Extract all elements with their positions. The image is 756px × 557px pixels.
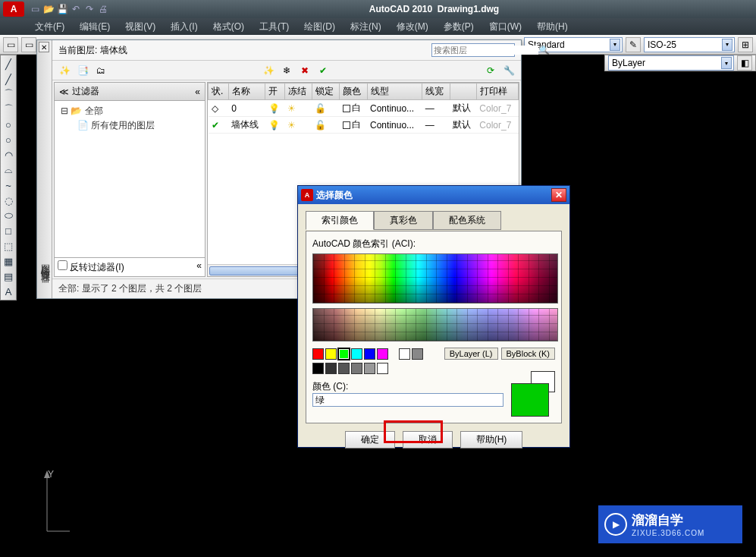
layer-combo-icon2[interactable]: ▭ [21,37,36,52]
filter-collapse-icon[interactable]: « [195,87,200,97]
tool-text-icon[interactable]: A [2,285,15,298]
dialog-title-bar[interactable]: A 选择颜色 ✕ [298,186,569,204]
tool-spline-icon[interactable]: ~ [2,178,15,192]
on-icon[interactable]: 💡 [265,100,284,117]
refresh-icon[interactable]: ⟳ [483,63,498,78]
bylayer-btn[interactable]: ◧ [737,55,752,71]
tool-rect-icon[interactable]: □ [2,224,15,238]
color-value-input[interactable] [312,393,503,407]
menu-params[interactable]: 参数(P) [436,18,482,35]
menu-draw[interactable]: 绘图(D) [296,18,343,35]
qat-print-icon[interactable]: 🖨 [97,3,109,15]
set-current-icon[interactable]: ✔ [315,63,331,78]
aci-palette-lower[interactable] [312,308,558,341]
std-yellow[interactable] [325,348,337,360]
menu-help[interactable]: 帮助(H) [529,18,576,35]
tool-ellipse-icon[interactable]: ⬭ [2,209,15,222]
menu-format[interactable]: 格式(O) [205,18,252,35]
layer-search-input[interactable] [434,46,538,55]
tree-child[interactable]: 📄 所有使用的图层 [61,118,199,133]
ok-button[interactable]: 确定 [345,431,395,448]
text-style-btn[interactable]: ✎ [626,37,641,52]
color-cell[interactable]: 白 [340,117,367,134]
color-cell[interactable]: 白 [340,100,367,117]
bylayer-button[interactable]: ByLayer (L) [444,348,498,360]
col-lineweight[interactable]: 线宽 [422,83,450,100]
menu-insert[interactable]: 插入(I) [163,18,205,35]
layer-combo-icon[interactable]: ▭ [3,37,18,52]
menu-modify[interactable]: 修改(M) [389,18,436,35]
layer-row-0[interactable]: ◇ 0 💡 ☀ 🔓 白 Continuo... — 默认 Color_7 [209,100,519,117]
delete-layer-icon[interactable]: ✖ [297,63,312,78]
menu-edit[interactable]: 编辑(E) [72,18,118,35]
close-icon[interactable]: ✕ [39,42,49,52]
qat-save-icon[interactable]: 💾 [56,3,68,15]
tool-pline-icon[interactable]: ⌒ [2,87,15,101]
col-name[interactable]: 名称 [228,83,265,100]
col-linetype[interactable]: 线型 [367,83,422,100]
col-color[interactable]: 颜色 [340,83,367,100]
qat-open-icon[interactable]: 📂 [42,3,55,15]
std-red[interactable] [312,348,324,360]
menu-dimension[interactable]: 标注(N) [343,18,389,35]
layer-states-icon[interactable]: 🗂 [93,63,108,78]
dialog-close-icon[interactable]: ✕ [551,188,566,202]
col-freeze[interactable]: 冻结 [284,83,312,100]
search-icon[interactable]: 🔍 [538,45,550,55]
layer-row-1[interactable]: ✔ 墙体线 💡 ☀ 🔓 白 Continuo... — 默认 Color_7 [209,117,519,134]
dim-style-combo[interactable]: ISO-25▾ [644,37,735,52]
tab-color-books[interactable]: 配色系统 [433,211,501,230]
new-layer2-icon[interactable]: ✨ [261,63,276,78]
lock-icon[interactable]: 🔓 [312,100,339,117]
qat-undo-icon[interactable]: ↶ [70,3,82,15]
gray-3[interactable] [351,363,362,374]
col-on[interactable]: 开 [265,83,284,100]
layer-search[interactable]: 🔍 [431,43,515,57]
on-icon[interactable]: 💡 [265,117,284,134]
invert-filter-checkbox[interactable]: 反转过滤器(I) [58,262,124,272]
tool-xline-icon[interactable]: ╱ [2,72,15,86]
dim-style-btn[interactable]: ⊞ [738,37,753,52]
new-group-icon[interactable]: 📑 [75,63,90,78]
gray-1[interactable] [325,363,337,374]
tab-index-color[interactable]: 索引颜色 [306,211,374,230]
gray-0[interactable] [312,363,324,374]
menu-tools[interactable]: 工具(T) [252,18,296,35]
col-lock[interactable]: 锁定 [312,83,339,100]
qat-new-icon[interactable]: ▭ [29,3,41,15]
std-cyan[interactable] [351,348,362,360]
tool-arc-icon[interactable]: ◠ [2,148,15,162]
std-white[interactable] [399,348,410,360]
menu-window[interactable]: 窗口(W) [482,18,529,35]
col-status[interactable]: 状. [209,83,229,100]
tool-circle2-icon[interactable]: ○ [2,133,15,146]
std-blue[interactable] [364,348,375,360]
menu-file[interactable]: 文件(F) [27,18,72,35]
freeze-layer-icon[interactable]: ❄ [279,63,294,78]
byblock-button[interactable]: ByBlock (K) [501,348,555,360]
col-plot[interactable]: 打印样 [476,83,518,100]
tool-gradient-icon[interactable]: ▦ [2,254,15,268]
freeze-icon[interactable]: ☀ [284,117,312,134]
tree-expand-icon[interactable]: « [196,260,202,271]
menu-view[interactable]: 视图(V) [118,18,163,35]
std-green[interactable] [338,348,350,360]
gray-4[interactable] [364,363,375,374]
qat-redo-icon[interactable]: ↷ [83,3,96,15]
tool-revcloud-icon[interactable]: ◌ [2,194,15,207]
gray-2[interactable] [338,363,350,374]
tool-table-icon[interactable]: ▤ [2,269,15,283]
tool-polygon-icon[interactable]: ⌒ [2,102,15,116]
cancel-button[interactable]: 取消 [403,431,453,448]
tool-hatch-icon[interactable]: ⬚ [2,239,15,253]
help-button[interactable]: 帮助(H) [460,431,523,448]
tree-root[interactable]: ⊟ 📂 全部 [61,104,199,118]
color-combo[interactable]: ByLayer▾ [608,55,734,71]
tab-true-color[interactable]: 真彩色 [374,211,433,230]
freeze-icon[interactable]: ☀ [284,100,312,117]
std-gray[interactable] [412,348,423,360]
lock-icon[interactable]: 🔓 [312,117,339,134]
settings-icon[interactable]: 🔧 [501,63,516,78]
tool-circle-icon[interactable]: ○ [2,118,15,131]
tool-arc2-icon[interactable]: ⌓ [2,163,15,177]
